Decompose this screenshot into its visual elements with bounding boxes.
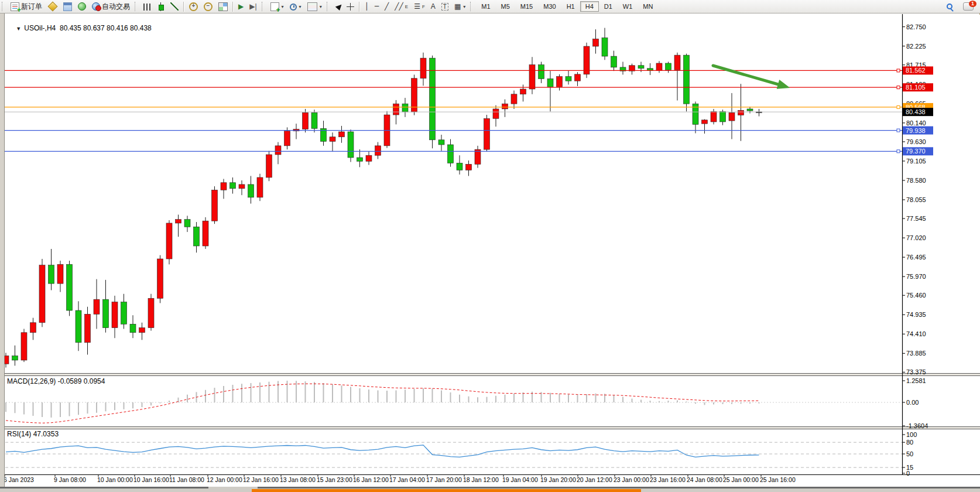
candle-body <box>511 94 517 104</box>
separator <box>359 2 360 12</box>
time-tick-label: 19 Jan 20:00 <box>540 476 576 483</box>
timeframe-button-H1[interactable]: H1 <box>561 1 580 12</box>
channel-tool-button[interactable]: ╱╱E <box>392 1 411 12</box>
line-handle[interactable] <box>897 86 900 89</box>
text-label-tool-button[interactable]: T <box>438 1 451 12</box>
auto-trading-button[interactable]: 自动交易 <box>89 1 133 12</box>
periods-button[interactable]: ▾ <box>287 1 304 12</box>
line-handle[interactable] <box>897 129 900 132</box>
market-watch-button[interactable] <box>60 1 75 12</box>
arrow-head[interactable] <box>777 80 790 89</box>
price-tick-label: 78.580 <box>906 177 926 184</box>
candlestick-mode-button[interactable] <box>154 1 167 12</box>
line-handle[interactable] <box>897 150 900 153</box>
timeframe-button-H4[interactable]: H4 <box>580 1 599 12</box>
trend-arrow-object[interactable] <box>713 66 790 89</box>
line-handle[interactable] <box>897 69 900 72</box>
timeframe-button-MN[interactable]: MN <box>638 1 658 12</box>
arrow-shaft[interactable] <box>713 66 782 86</box>
candle-body <box>311 112 317 128</box>
bar-chart-icon <box>143 4 151 11</box>
indicators-button[interactable]: ▾ <box>268 1 287 12</box>
price-tick-label: 76.495 <box>906 254 926 261</box>
chart-window-left-border <box>0 13 5 487</box>
time-tick-label: 25 Jan 16:00 <box>760 476 796 483</box>
bar-chart-mode-button[interactable] <box>141 1 154 12</box>
templates-button[interactable]: ▾ <box>304 1 325 12</box>
candle-body <box>448 145 454 163</box>
timeframe-button-M1[interactable]: M1 <box>476 1 495 12</box>
timeframe-button-D1[interactable]: D1 <box>599 1 618 12</box>
candle <box>357 149 363 167</box>
candle <box>729 93 735 139</box>
candle <box>484 115 490 152</box>
candle-body <box>557 77 563 87</box>
line-handle[interactable] <box>897 105 900 108</box>
time-axis[interactable]: 6 Jan 20239 Jan 08:0010 Jan 00:0010 Jan … <box>4 474 796 483</box>
channel-sub-label: E <box>405 4 408 9</box>
horizontal-line-object[interactable] <box>5 105 902 108</box>
candle-body <box>339 132 345 137</box>
chat-bubble-icon: 1 <box>963 2 974 11</box>
orange-window-edge <box>252 489 641 492</box>
candle <box>711 109 717 124</box>
candle <box>738 84 744 141</box>
timeframe-button-M30[interactable]: M30 <box>538 1 561 12</box>
candle <box>684 54 690 112</box>
cursor-tool-button[interactable] <box>333 1 344 12</box>
price-axis[interactable]: 82.75082.22581.71581.19080.66580.14079.6… <box>902 23 926 376</box>
fibonacci-tool-button[interactable]: ☰F <box>411 1 428 12</box>
candle-body <box>466 164 472 170</box>
candle <box>420 53 426 86</box>
candle-body <box>166 223 172 259</box>
chart-shift-button[interactable]: ▶| <box>246 1 259 12</box>
price-tick-label: 73.375 <box>906 368 926 375</box>
zoom-in-button[interactable]: + <box>186 1 201 12</box>
toolbar-grip <box>2 2 5 11</box>
candle <box>176 214 181 237</box>
new-order-icon <box>11 2 19 11</box>
price-tick-label: 77.020 <box>906 234 926 241</box>
timeframe-button-M5[interactable]: M5 <box>496 1 515 12</box>
candle-body <box>402 104 408 112</box>
signals-button[interactable] <box>75 1 89 12</box>
time-tick-label: 6 Jan 2023 <box>4 476 34 483</box>
horizontal-line-object[interactable] <box>5 86 902 89</box>
text-tool-button[interactable]: A <box>428 1 438 12</box>
horizontal-line-object[interactable] <box>5 129 902 132</box>
candle <box>629 64 635 75</box>
candle <box>148 294 154 331</box>
notifications-button[interactable]: 1 <box>960 1 976 12</box>
candle <box>184 216 190 232</box>
time-tick-label: 17 Jan 04:00 <box>389 476 425 483</box>
candle <box>375 142 381 159</box>
horizontal-line-object[interactable] <box>5 69 902 72</box>
time-tick-label: 18 Jan 12:00 <box>463 476 499 483</box>
candle-body <box>584 46 590 74</box>
new-order-button[interactable]: 新订单 <box>8 1 45 12</box>
candle-body <box>747 109 753 111</box>
line-chart-mode-button[interactable] <box>167 1 181 12</box>
search-icon <box>947 4 952 9</box>
arrows-tool-button[interactable]: ▦▾ <box>451 1 468 12</box>
timeframe-button-M15[interactable]: M15 <box>515 1 538 12</box>
vertical-line-tool-button[interactable]: │ <box>362 1 372 12</box>
search-button[interactable] <box>944 1 955 12</box>
symbol-dropdown-icon[interactable]: ▼ <box>16 26 21 32</box>
candle <box>547 71 553 111</box>
zoom-out-button[interactable]: − <box>201 1 215 12</box>
auto-scroll-button[interactable]: ▶ <box>235 1 246 12</box>
trendline-tool-button[interactable]: ╱ <box>382 1 392 12</box>
tile-windows-button[interactable] <box>215 1 231 12</box>
time-tick-label: 15 Jan 23:00 <box>317 476 352 483</box>
candle-body <box>121 302 127 324</box>
crosshair-tool-button[interactable] <box>344 1 357 12</box>
horizontal-line-tool-button[interactable]: ─ <box>372 1 382 12</box>
chart-shift-icon: ▶| <box>249 2 256 11</box>
candle <box>121 294 127 329</box>
candle-body <box>366 155 372 161</box>
candle-body <box>184 220 190 227</box>
timeframe-button-W1[interactable]: W1 <box>618 1 638 12</box>
time-tick-label: 10 Jan 16:00 <box>133 476 169 483</box>
styler-button[interactable] <box>45 1 60 12</box>
